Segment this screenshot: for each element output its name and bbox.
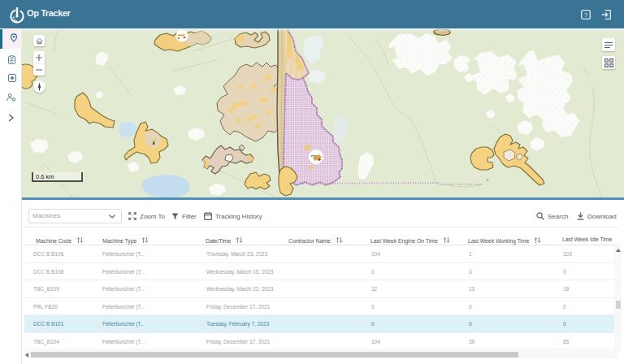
svg-text:?: ? xyxy=(584,11,588,19)
svg-text:um timber haul road segm: um timber haul road segm xyxy=(439,182,483,186)
